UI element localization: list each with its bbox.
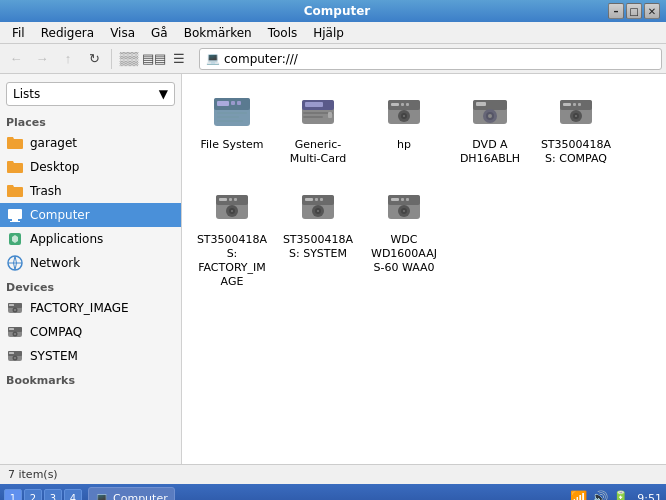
menu-item-tools[interactable]: Tools (260, 24, 306, 42)
forward-button[interactable]: → (30, 47, 54, 71)
file-label-system1: ST3500418AS: SYSTEM (282, 233, 354, 262)
svg-rect-48 (476, 102, 486, 106)
sidebar-item-label-garaget: garaget (30, 136, 77, 150)
taskbar-computer-app[interactable]: 💻 Computer (88, 487, 175, 500)
app-icon (6, 230, 24, 248)
workspace-btn-2[interactable]: 2 (24, 489, 42, 500)
drive-icon-factory_image (6, 299, 24, 317)
svg-rect-15 (9, 328, 14, 330)
menu-item-redigera[interactable]: Redigera (33, 24, 102, 42)
sidebar-device-compaq[interactable]: COMPAQ (0, 320, 181, 344)
file-item-wdc[interactable]: WDC WD1600AAJS-60 WAA0 (364, 179, 444, 296)
svg-rect-1 (12, 219, 18, 221)
svg-rect-34 (328, 112, 332, 118)
folder-icon (6, 134, 24, 152)
file-item-filesystem[interactable]: File System (192, 84, 272, 173)
svg-rect-64 (234, 198, 237, 201)
reload-button[interactable]: ↻ (82, 47, 106, 71)
file-label-wdc: WDC WD1600AAJS-60 WAA0 (368, 233, 440, 276)
icon-view-button[interactable]: ▒▒ (117, 47, 141, 71)
dropdown-arrow-icon: ▼ (159, 87, 168, 101)
sidebar-item-label-applications: Applications (30, 232, 103, 246)
lists-dropdown[interactable]: Lists ▼ (6, 82, 175, 106)
file-item-hp[interactable]: hp (364, 84, 444, 173)
menu-item-gå[interactable]: Gå (143, 24, 176, 42)
svg-point-47 (488, 114, 492, 118)
view-buttons: ▒▒ ▤▤ ☰ (117, 47, 191, 71)
sidebar-item-label-computer: Computer (30, 208, 90, 222)
svg-rect-41 (401, 103, 404, 106)
svg-point-39 (403, 115, 405, 117)
svg-rect-78 (391, 198, 399, 201)
minimize-button[interactable]: – (608, 3, 624, 19)
file-label-generic-multi-card: Generic-Multi-Card (282, 138, 354, 167)
sidebar: Lists ▼ Places garagetDesktopTrashComput… (0, 74, 182, 464)
workspace-btn-4[interactable]: 4 (64, 489, 82, 500)
taskbar-computer-icon: 💻 (95, 492, 109, 501)
window-title: Computer (66, 4, 608, 18)
svg-rect-20 (9, 352, 14, 354)
file-item-factory_img[interactable]: ST3500418AS: FACTORY_IMAGE (192, 179, 272, 296)
workspace-btn-1[interactable]: 1 (4, 489, 22, 500)
file-label-compaq1: ST3500418AS: COMPAQ (540, 138, 612, 167)
sidebar-device-system[interactable]: SYSTEM (0, 344, 181, 368)
sidebar-device-factory_image[interactable]: FACTORY_IMAGE (0, 296, 181, 320)
list-view-button[interactable]: ☰ (167, 47, 191, 71)
devices-section-label: Devices (0, 275, 181, 296)
sidebar-item-trash[interactable]: Trash (0, 179, 181, 203)
taskbar-right: 📶 🔊 🔋 9:51 (570, 490, 662, 500)
close-button[interactable]: ✕ (644, 3, 660, 19)
main-area: Lists ▼ Places garagetDesktopTrashComput… (0, 74, 666, 464)
menu-item-hjälp[interactable]: Hjälp (305, 24, 352, 42)
sidebar-item-garaget[interactable]: garaget (0, 131, 181, 155)
file-icon-dvd (468, 90, 512, 134)
network-tray-icon[interactable]: 📶 (570, 490, 587, 500)
svg-rect-79 (401, 198, 404, 201)
battery-tray-icon[interactable]: 🔋 (612, 490, 629, 500)
menu-item-fil[interactable]: Fil (4, 24, 33, 42)
svg-rect-55 (573, 103, 576, 106)
file-item-compaq1[interactable]: ST3500418AS: COMPAQ (536, 84, 616, 173)
drive-icon-system (6, 347, 24, 365)
file-grid: File System Generic-Multi-Card hp DVD A … (192, 84, 656, 296)
svg-point-19 (14, 357, 16, 359)
svg-rect-63 (229, 198, 232, 201)
file-item-dvd[interactable]: DVD A DH16ABLH (450, 84, 530, 173)
svg-rect-0 (8, 209, 22, 219)
location-bar[interactable]: 💻 computer:/// (199, 48, 662, 70)
file-item-system1[interactable]: ST3500418AS: SYSTEM (278, 179, 358, 296)
sidebar-item-applications[interactable]: Applications (0, 227, 181, 251)
file-icon-hp (382, 90, 426, 134)
workspace-btn-3[interactable]: 3 (44, 489, 62, 500)
svg-point-9 (14, 309, 16, 311)
up-button[interactable]: ↑ (56, 47, 80, 71)
file-label-hp: hp (397, 138, 411, 152)
folder-icon (6, 182, 24, 200)
back-button[interactable]: ← (4, 47, 28, 71)
sidebar-devices: FACTORY_IMAGECOMPAQSYSTEM (0, 296, 181, 368)
svg-rect-70 (305, 198, 313, 201)
sidebar-item-computer[interactable]: Computer (0, 203, 181, 227)
location-icon: 💻 (206, 52, 220, 65)
svg-point-61 (231, 210, 233, 212)
maximize-button[interactable]: □ (626, 3, 642, 19)
toolbar-separator (111, 49, 112, 69)
sidebar-item-network[interactable]: Network (0, 251, 181, 275)
clock: 9:51 (637, 492, 662, 501)
compact-view-button[interactable]: ▤▤ (142, 47, 166, 71)
svg-rect-62 (219, 198, 227, 201)
volume-tray-icon[interactable]: 🔊 (591, 490, 608, 500)
bookmarks-section-label: Bookmarks (0, 368, 181, 389)
menu-item-bokmärken[interactable]: Bokmärken (176, 24, 260, 42)
file-label-factory_img: ST3500418AS: FACTORY_IMAGE (196, 233, 268, 290)
toolbar: ← → ↑ ↻ ▒▒ ▤▤ ☰ 💻 computer:/// (0, 44, 666, 74)
svg-rect-42 (406, 103, 409, 106)
menu-item-visa[interactable]: Visa (102, 24, 143, 42)
location-text: computer:/// (224, 52, 298, 66)
file-content-area: File System Generic-Multi-Card hp DVD A … (182, 74, 666, 464)
sidebar-item-desktop[interactable]: Desktop (0, 155, 181, 179)
places-section-label: Places (0, 110, 181, 131)
svg-rect-54 (563, 103, 571, 106)
sidebar-device-label-system: SYSTEM (30, 349, 78, 363)
file-item-generic-multi-card[interactable]: Generic-Multi-Card (278, 84, 358, 173)
